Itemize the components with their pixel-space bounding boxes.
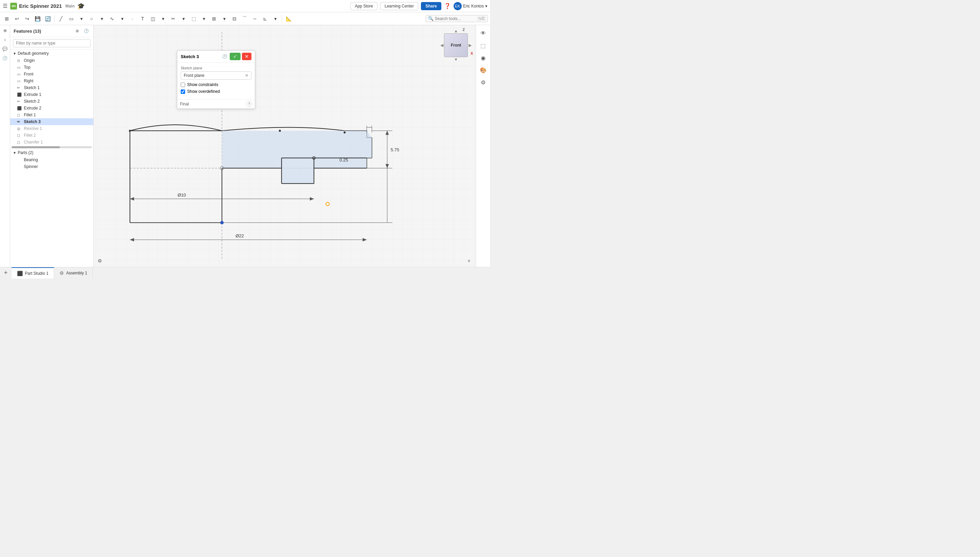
project-dropdown[interactable]: ▾	[158, 14, 168, 23]
sidebar-item-front[interactable]: ▭ Front	[10, 71, 93, 78]
sketch-list-icon[interactable]: ≡	[465, 257, 473, 265]
sketch-panel-header: Sketch 3 🕐 ✓ ✕	[177, 50, 255, 63]
view-cube-face[interactable]: Z Front X	[444, 33, 468, 57]
text-tool[interactable]: T	[138, 14, 147, 23]
constraint-dropdown[interactable]: ▾	[271, 14, 280, 23]
tool-search-input[interactable]	[435, 16, 476, 21]
help-icon[interactable]: ❓	[444, 3, 451, 9]
pattern-tool[interactable]: ⊞	[209, 14, 219, 23]
share-button[interactable]: Share	[421, 2, 441, 10]
rectangle-tool[interactable]: ▭	[66, 14, 76, 23]
sidebar-item-extrude1[interactable]: ⬛ Extrude 1	[10, 91, 93, 98]
circle-dropdown[interactable]: ▾	[97, 14, 106, 23]
rebuild-button[interactable]: 🔄	[43, 14, 52, 23]
circle-tool[interactable]: ○	[87, 14, 96, 23]
sidebar-item-extrude2[interactable]: ⬛ Extrude 2	[10, 105, 93, 112]
sidebar-item-label: Bearing	[24, 158, 38, 162]
point-tool[interactable]: ·	[127, 14, 137, 23]
sidebar-item-fillet1[interactable]: ◻ Fillet 1	[10, 112, 93, 118]
redo-button[interactable]: ↪	[23, 14, 32, 23]
sidebar-item-fillet2[interactable]: ◻ Fillet 2	[10, 132, 93, 139]
settings-icon[interactable]: ⚙	[96, 257, 104, 265]
part-studio-tab[interactable]: ⬛ Part Studio 1	[11, 267, 54, 278]
add-tab-button[interactable]: +	[0, 267, 11, 279]
assembly-icon: ⚙	[60, 270, 64, 276]
mirror-tool[interactable]: ⬚	[189, 14, 198, 23]
linear-pattern-tool[interactable]: ⊟	[230, 14, 239, 23]
user-dropdown-icon[interactable]: ▾	[485, 4, 487, 8]
sketch-final-label: Final	[180, 102, 189, 106]
user-menu[interactable]: EK Eric Kontos ▾	[454, 2, 487, 10]
view-cube-left-arrow[interactable]: ◀	[440, 43, 443, 47]
line-tool[interactable]: ╱	[56, 14, 66, 23]
sidebar-scrollbar[interactable]	[11, 146, 92, 148]
sidebar-section-default-geometry[interactable]: ▼ Default geometry	[10, 50, 93, 57]
show-constraints-checkbox[interactable]	[181, 83, 185, 87]
comment-tool[interactable]: 💬	[1, 45, 9, 53]
project-tool[interactable]: ◫	[148, 14, 158, 23]
undo-button[interactable]: ↩	[12, 14, 22, 23]
onshape-logo-mark: on	[10, 3, 17, 10]
feature-filter-input[interactable]	[13, 39, 90, 47]
dimension-tool[interactable]: ↔	[250, 14, 260, 23]
view-cube[interactable]: ▲ ◀ Z Front X ▶ ▼	[441, 29, 471, 59]
sidebar-item-revolve1[interactable]: ◎ Revolve 1	[10, 125, 93, 132]
rectangle-dropdown[interactable]: ▾	[77, 14, 86, 23]
hamburger-menu[interactable]: ☰	[3, 3, 8, 9]
tools-icon[interactable]: ⊞	[2, 14, 11, 23]
sketch-help-button[interactable]: ?	[246, 101, 252, 107]
sidebar-clock-icon[interactable]: 🕐	[82, 27, 90, 35]
pattern-dropdown[interactable]: ▾	[219, 14, 229, 23]
history-tool[interactable]: 🕐	[1, 54, 9, 62]
panel-settings-button[interactable]: ⚙	[478, 77, 488, 88]
sidebar-item-right[interactable]: ▭ Right	[10, 78, 93, 84]
spline-tool[interactable]: ∿	[107, 14, 117, 23]
fillet-tool[interactable]: ⌒	[240, 14, 250, 23]
sketch-cancel-button[interactable]: ✕	[242, 53, 252, 60]
sidebar-item-label: Fillet 2	[24, 133, 36, 138]
sketch-confirm-button[interactable]: ✓	[230, 53, 240, 60]
render-mode-button[interactable]: ◉	[478, 52, 488, 63]
sidebar-add-icon[interactable]: ⊕	[74, 27, 81, 35]
measure-tool[interactable]: 📐	[284, 14, 293, 23]
display-settings-button[interactable]: 👁	[478, 28, 488, 39]
app-store-button[interactable]: App Store	[351, 2, 377, 10]
sidebar-item-sketch1[interactable]: ✏ Sketch 1	[10, 84, 93, 91]
sidebar-filter[interactable]	[10, 37, 93, 50]
navigate-tool[interactable]: ↕	[1, 36, 9, 44]
view-cube-right-arrow[interactable]: ▶	[469, 43, 472, 47]
search-icon: 🔍	[428, 16, 433, 21]
canvas-area[interactable]: Sketch 3 🕐 ✓ ✕ Sketch plane Front plane …	[93, 25, 490, 267]
sidebar-item-sketch3[interactable]: ✏ Sketch 3	[10, 118, 93, 125]
select-tool[interactable]: ⊕	[1, 26, 9, 35]
trim-tool[interactable]: ✂	[168, 14, 178, 23]
sidebar-item-bearing[interactable]: Bearing	[10, 156, 93, 163]
sketch-panel-title: Sketch 3	[181, 54, 199, 59]
sidebar-item-spinner[interactable]: Spinner	[10, 163, 93, 170]
spline-dropdown[interactable]: ▾	[118, 14, 127, 23]
sidebar-item-label: Right	[24, 78, 33, 83]
origin-icon: ⊙	[17, 59, 22, 63]
view-cube-down-arrow[interactable]: ▼	[454, 57, 458, 62]
sketch-canvas[interactable]: R35 5.75 0.25 Ø10	[93, 25, 490, 267]
view-cube-up-arrow[interactable]: ▲	[454, 29, 458, 33]
sketch-plane-clear-button[interactable]: ✕	[245, 73, 248, 78]
branch-label: Main	[65, 4, 75, 8]
assembly-tab[interactable]: ⚙ Assembly 1	[54, 267, 93, 278]
appearance-button[interactable]: 🎨	[478, 65, 488, 75]
sketch-history-button[interactable]: 🕐	[221, 53, 228, 60]
mirror-dropdown[interactable]: ▾	[199, 14, 209, 23]
graduate-icon[interactable]: 🎓	[77, 2, 85, 10]
show-overdefined-checkbox[interactable]	[181, 90, 185, 94]
constraint-tool[interactable]: ⊾	[260, 14, 270, 23]
learning-center-button[interactable]: Learning Center	[380, 2, 418, 10]
trim-dropdown[interactable]: ▾	[179, 14, 188, 23]
sidebar-item-sketch2[interactable]: ✏ Sketch 2	[10, 98, 93, 105]
sidebar-item-top[interactable]: ▭ Top	[10, 64, 93, 71]
tool-search[interactable]: 🔍 ⌥C	[426, 15, 488, 22]
sidebar-item-origin[interactable]: ⊙ Origin	[10, 57, 93, 64]
save-button[interactable]: 💾	[33, 14, 42, 23]
sidebar-item-chamfer1[interactable]: ◻ Chamfer 1	[10, 139, 93, 145]
section-view-button[interactable]: ⬚	[478, 40, 488, 51]
sidebar-section-parts[interactable]: ▼ Parts (2)	[10, 149, 93, 156]
